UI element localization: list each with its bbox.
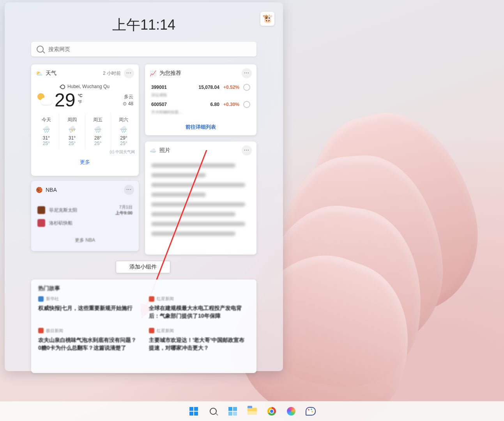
unit-fahrenheit[interactable]: °F — [78, 99, 82, 104]
weather-current-icon — [37, 93, 52, 105]
weather-cloud-icon: ⛅ — [36, 70, 42, 76]
unit-celsius[interactable]: °C — [78, 93, 82, 98]
onedrive-cloud-icon: ☁️ — [150, 147, 156, 154]
weather-more-button[interactable]: ··· — [124, 68, 134, 78]
taskbar-paint-button[interactable] — [303, 403, 318, 419]
panel-clock: 上午11:14 — [5, 16, 283, 35]
user-avatar[interactable]: 🐮 — [260, 12, 274, 26]
web-search-input[interactable] — [48, 46, 251, 53]
stocks-more-button[interactable]: ··· — [242, 68, 252, 78]
feed-item[interactable]: 红星新闻全球在建规模最大水电工程投产发电背后：气象部门提供了10年保障 — [149, 296, 249, 320]
forecast-day[interactable]: 周四⛈️31°25° — [59, 113, 85, 149]
nba-match-row[interactable]: 菲尼克斯太阳7月1日上午9:00 — [31, 203, 139, 218]
photos-widget[interactable]: ☁️照片 ··· — [145, 142, 256, 255]
photos-blurred-content — [145, 159, 256, 240]
nba-ball-icon: 🏀 — [36, 187, 42, 193]
taskbar-app-button[interactable] — [283, 403, 299, 419]
taskbar-chrome-button[interactable] — [264, 403, 279, 419]
nba-more-button[interactable]: ··· — [124, 185, 134, 195]
weather-widget[interactable]: ⛅天气 2 小时前··· Hubei, Wuchang Qu 29 °C °F — [31, 64, 139, 176]
stock-row[interactable]: 39900115,078.04+0.52% — [145, 82, 256, 92]
taskbar — [0, 401, 504, 421]
windows-logo-icon — [189, 407, 198, 416]
forecast-day[interactable]: 今天🌧️31°25° — [34, 113, 59, 149]
weather-location: Hubei, Wuchang Qu — [31, 84, 139, 89]
web-search-box[interactable] — [31, 42, 256, 57]
news-feed-widget[interactable]: 热门故事 新华社权威快报|七月，这些重要新规开始施行红星新闻全球在建规模最大水电… — [31, 279, 256, 373]
search-icon — [37, 46, 44, 53]
weather-title: 天气 — [46, 70, 57, 77]
paint-palette-icon — [306, 407, 316, 416]
stocks-title: 为您推荐 — [159, 70, 181, 77]
ring-icon — [243, 101, 250, 108]
widgets-panel: 🐮 上午11:14 ⛅天气 2 小时前··· Hubei, Wuchang Qu… — [5, 2, 283, 371]
nba-see-more[interactable]: 更多 NBA — [31, 237, 139, 244]
rgb-circle-icon — [287, 407, 295, 416]
desktop-wallpaper: 🐮 上午11:14 ⛅天气 2 小时前··· Hubei, Wuchang Qu… — [0, 0, 504, 421]
forecast-day[interactable]: 周六🌧️29°25° — [111, 113, 136, 149]
weather-attribution: (c) 中国天气网 — [31, 149, 139, 155]
chrome-icon — [267, 407, 276, 416]
weather-updated: 2 小时前 — [103, 70, 121, 77]
forecast-day[interactable]: 周五🌧️28°25° — [85, 113, 111, 149]
location-pin-icon — [60, 83, 66, 90]
taskbar-explorer-button[interactable] — [244, 403, 260, 419]
add-widget-button[interactable]: 添加小组件 — [116, 261, 170, 273]
avatar-emoji: 🐮 — [262, 14, 273, 24]
nba-widget[interactable]: 🏀NBA ··· 菲尼克斯太阳7月1日上午9:00洛杉矶快船 更多 NBA — [31, 181, 139, 251]
weather-see-more[interactable]: 更多 — [31, 155, 139, 170]
nba-match-row[interactable]: 洛杉矶快船 — [31, 218, 139, 228]
feed-title: 热门故事 — [38, 285, 249, 292]
widgets-icon — [228, 407, 237, 416]
stocks-trend-icon: 📈 — [150, 70, 156, 76]
nba-title: NBA — [46, 187, 57, 193]
file-explorer-icon — [248, 408, 257, 415]
weather-aqi: ⊙ 48 — [123, 100, 133, 107]
taskbar-widgets-button[interactable] — [225, 403, 241, 419]
ring-icon — [243, 84, 250, 91]
photos-more-button[interactable]: ··· — [242, 145, 252, 156]
weather-condition: 多云 — [123, 93, 133, 100]
feed-item[interactable]: 极目新闻农夫山泉白桃味气泡水到底有没有问题？0糖0卡为什么总翻车？这篇说清楚了 — [38, 328, 139, 352]
photos-title: 照片 — [159, 147, 170, 154]
start-button[interactable] — [186, 403, 202, 419]
search-icon — [210, 408, 217, 415]
weather-forecast: 今天🌧️31°25°周四⛈️31°25°周五🌧️28°25°周六🌧️29°25° — [34, 113, 136, 149]
weather-temp: 29 — [55, 91, 75, 110]
stock-row[interactable]: 6005076.80+0.30% — [145, 99, 256, 110]
feed-item[interactable]: 新华社权威快报|七月，这些重要新规开始施行 — [38, 296, 139, 320]
stocks-widget[interactable]: 📈为您推荐 ··· 39900115,078.04+0.52%深证成指60050… — [145, 64, 256, 135]
feed-item[interactable]: 红星新闻主要城市欢迎达！'老大哥'中国邮政宣布提速，对哪家冲击更大？ — [149, 328, 249, 352]
stocks-detail-link[interactable]: 前往详细列表 — [145, 124, 256, 131]
taskbar-search-button[interactable] — [205, 403, 221, 419]
